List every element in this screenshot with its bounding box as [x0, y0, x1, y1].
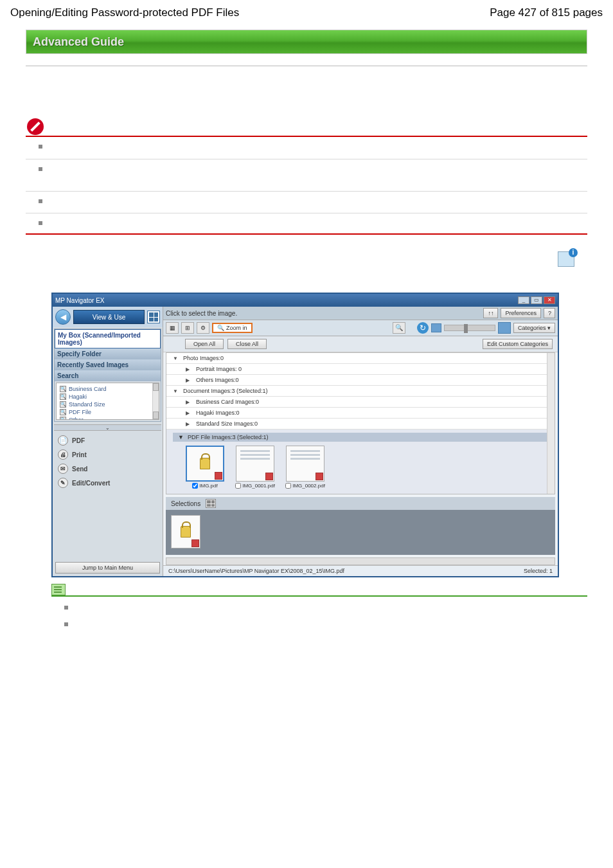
thumb-large-icon[interactable]: [498, 322, 511, 334]
thumbnail-checkbox[interactable]: [235, 483, 241, 489]
divider: [26, 66, 587, 66]
bullet-icon: [39, 221, 42, 225]
thumbnail-image[interactable]: [236, 446, 274, 482]
scrollbar[interactable]: [152, 383, 159, 419]
category-tree[interactable]: 🔍Business Card 🔍Hagaki 🔍Standard Size 🔍P…: [56, 383, 159, 420]
tree-item-pdf-file[interactable]: 🔍PDF File: [58, 408, 157, 416]
category-pdf-file: ▼PDF File Images:3 (Selected:1) IMG.pdf: [166, 429, 555, 494]
thumbnail-image[interactable]: [186, 446, 224, 482]
tree-item-other[interactable]: 🔍Other: [58, 416, 157, 420]
folder-icon: 🔍: [60, 386, 66, 392]
bullet-icon: [39, 145, 42, 149]
bullet-icon: [64, 622, 68, 626]
pdf-badge-icon: [191, 539, 199, 547]
categories-dropdown[interactable]: Categories ▾: [513, 323, 555, 333]
pdf-badge-icon: [315, 473, 323, 480]
minimize-button[interactable]: _: [518, 296, 529, 304]
view-grid-icon[interactable]: ⊞: [181, 322, 194, 334]
preferences-button[interactable]: Preferences: [501, 308, 541, 318]
maximize-button[interactable]: ▭: [531, 296, 542, 304]
scrollbar[interactable]: [547, 353, 555, 494]
sidebar-item-recently-saved[interactable]: Recently Saved Images: [55, 359, 161, 370]
thumbnail-checkbox[interactable]: [192, 483, 198, 489]
jump-to-main-menu-button[interactable]: Jump to Main Menu: [55, 562, 160, 574]
important-item: [26, 213, 587, 235]
edit-custom-categories-button[interactable]: Edit Custom Categories: [483, 339, 553, 349]
folder-icon: 🔍: [60, 409, 66, 415]
category-photo[interactable]: ▼Photo Images:0: [166, 353, 555, 364]
note-item: [51, 599, 587, 616]
category-standard-size[interactable]: ▶Standard Size Images:0: [166, 419, 555, 429]
thumbnail-size-slider[interactable]: [444, 325, 495, 331]
note-header: [51, 584, 587, 597]
expand-icon[interactable]: ▶: [186, 399, 192, 405]
category-hagaki[interactable]: ▶Hagaki Images:0: [166, 408, 555, 419]
selections-bar: Selections: [166, 497, 555, 510]
action-send[interactable]: ✉Send: [57, 462, 159, 476]
tree-item-business-card[interactable]: 🔍Business Card: [58, 385, 157, 393]
action-edit-convert[interactable]: ✎Edit/Convert: [57, 476, 159, 490]
thumbnail-item[interactable]: IMG_0002.pdf: [286, 446, 324, 489]
thumbnail-image[interactable]: [286, 446, 324, 482]
selection-thumbnail[interactable]: [171, 515, 200, 548]
action-print[interactable]: 🖨Print: [57, 448, 159, 462]
sort-button[interactable]: ↑↑: [483, 308, 498, 318]
bullet-icon: [39, 167, 42, 171]
app-title: MP Navigator EX: [55, 297, 105, 304]
folder-icon: 🔍: [60, 401, 66, 408]
sidebar-divider[interactable]: ⌄: [54, 424, 161, 431]
pdf-badge-icon: [215, 472, 222, 480]
action-pdf[interactable]: 📄PDF: [57, 433, 159, 448]
collapse-icon[interactable]: ▼: [173, 388, 179, 394]
thumbnail-item[interactable]: IMG_0001.pdf: [236, 446, 274, 489]
refresh-icon[interactable]: ↻: [417, 322, 429, 334]
expand-icon[interactable]: ▶: [186, 410, 192, 416]
bullet-icon: [64, 606, 68, 610]
tool-icon[interactable]: ⚙: [197, 322, 209, 334]
tree-item-standard-size[interactable]: 🔍Standard Size: [58, 401, 157, 408]
prohibit-icon: [27, 118, 44, 135]
app-window: MP Navigator EX _ ▭ ✕ ◀ View & Use My Bo…: [51, 293, 559, 577]
bullet-icon: [39, 199, 42, 203]
tree-item-hagaki[interactable]: 🔍Hagaki: [58, 393, 157, 401]
category-business-card[interactable]: ▶Business Card Images:0: [166, 397, 555, 408]
sidebar-item-specify-folder[interactable]: Specify Folder: [55, 348, 161, 359]
selections-grid-icon[interactable]: [206, 499, 216, 508]
pdf-badge-icon: [265, 473, 273, 480]
view-mode-icon[interactable]: ▦: [166, 322, 179, 334]
help-button[interactable]: ?: [544, 308, 555, 318]
thumbnail-checkbox[interactable]: [285, 483, 291, 489]
category-document[interactable]: ▼Document Images:3 (Selected:1): [166, 386, 555, 397]
open-all-button[interactable]: Open All: [185, 339, 224, 349]
thumbnail-label: IMG.pdf: [199, 483, 217, 489]
expand-icon[interactable]: ▶: [186, 366, 192, 372]
horizontal-scrollbar[interactable]: [166, 557, 555, 565]
folder-icon: 🔍: [60, 417, 66, 420]
sidebar-item-mybox[interactable]: My Box (Scanned/Imported Images): [55, 329, 161, 348]
expand-icon[interactable]: ▶: [186, 377, 192, 383]
thumbnail-item[interactable]: IMG.pdf: [186, 446, 224, 489]
pdf-icon: 📄: [58, 435, 68, 446]
calendar-icon[interactable]: [147, 311, 160, 323]
advanced-guide-bar: Advanced Guide: [26, 30, 587, 54]
close-all-button[interactable]: Close All: [227, 339, 267, 349]
back-button[interactable]: ◀: [55, 309, 71, 325]
category-others[interactable]: ▶Others Images:0: [166, 375, 555, 386]
pdf-file-header[interactable]: ▼PDF File Images:3 (Selected:1): [173, 433, 548, 442]
selections-area: [166, 510, 555, 555]
page-title: Opening/Editing Password-protected PDF F…: [10, 6, 239, 19]
search-icon[interactable]: 🔍: [393, 322, 405, 334]
click-select-label: Click to select the image.: [166, 310, 237, 317]
close-button[interactable]: ✕: [544, 296, 555, 304]
important-item: [26, 159, 587, 191]
collapse-icon[interactable]: ▼: [173, 356, 179, 361]
category-list: ▼Photo Images:0 ▶Portrait Images: 0 ▶Oth…: [166, 352, 555, 494]
zoom-in-button[interactable]: 🔍 Zoom in: [212, 323, 253, 333]
sidebar-item-search[interactable]: Search: [55, 370, 161, 381]
expand-icon[interactable]: ▶: [186, 421, 192, 427]
collapse-icon[interactable]: ▼: [178, 434, 184, 440]
thumb-small-icon[interactable]: [431, 323, 441, 332]
thumbnail-label: IMG_0002.pdf: [292, 483, 325, 489]
view-and-use-button[interactable]: View & Use: [73, 310, 145, 324]
category-portrait[interactable]: ▶Portrait Images: 0: [166, 364, 555, 375]
